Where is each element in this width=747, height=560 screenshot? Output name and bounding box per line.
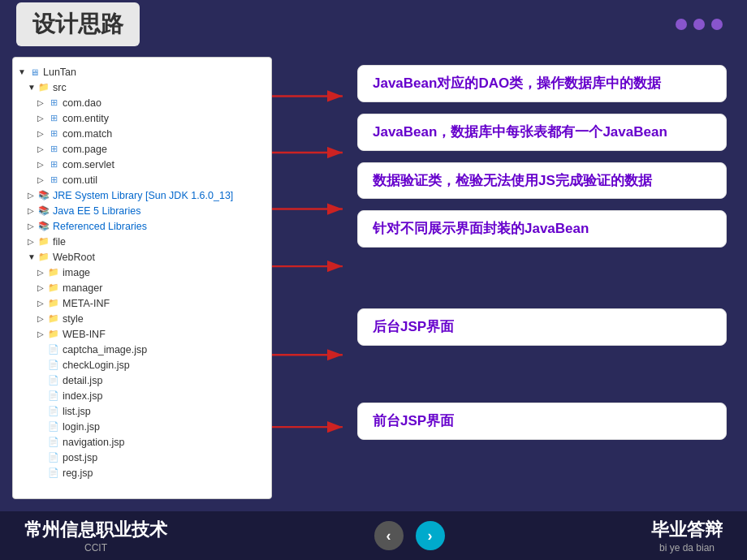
tree-item-jre[interactable]: ▷ 📚 JRE System Library [Sun JDK 1.6.0_13…: [18, 187, 266, 203]
tree-item-project[interactable]: ▼ 🖥 LunTan: [18, 64, 266, 80]
dot-3: [711, 19, 723, 30]
header-dots: [676, 19, 723, 30]
src-label: src: [53, 82, 67, 93]
tree-item-javaee[interactable]: ▷ 📚 Java EE 5 Libraries: [18, 203, 266, 218]
file-tree-panel: ▼ 🖥 LunTan ▼ 📁 src ▷ ⊞ com.dao ▷ ⊞ com.e…: [12, 57, 272, 499]
package-label: com.entity: [63, 113, 109, 124]
dot-2: [693, 19, 705, 30]
jsp-icon: 📄: [47, 467, 60, 480]
tree-item-referenced[interactable]: ▷ 📚 Referenced Libraries: [18, 218, 266, 234]
annotation-boxes: JavaBean对应的DAO类，操作数据库中的数据 JavaBean，数据库中每…: [280, 57, 727, 446]
next-button[interactable]: ›: [416, 521, 445, 550]
tree-item-list[interactable]: ▷ 📄 list.jsp: [18, 403, 266, 419]
tree-item-index[interactable]: ▷ 📄 index.jsp: [18, 388, 266, 403]
package-icon: ⊞: [47, 143, 60, 156]
file-label: index.jsp: [63, 390, 102, 402]
package-icon: ⊞: [47, 174, 60, 187]
lib-icon: 📚: [37, 205, 50, 218]
footer-right: 毕业答辩 bi ye da bian: [651, 518, 723, 554]
tree-item-post[interactable]: ▷ 📄 post.jsp: [18, 450, 266, 465]
file-label: login.jsp: [63, 421, 100, 433]
presentation-pinyin: bi ye da bian: [651, 542, 723, 554]
folder-icon: 📁: [37, 235, 50, 248]
tree-item-com-page[interactable]: ▷ ⊞ com.page: [18, 141, 266, 157]
src-icon: 📁: [37, 81, 50, 94]
annotation-box-2: JavaBean，数据库中每张表都有一个JavaBean: [357, 114, 727, 151]
annotation-box-5: 后台JSP界面: [357, 308, 727, 346]
jsp-icon: 📄: [47, 420, 60, 433]
folder-label: manager: [63, 282, 102, 294]
annotation-box-6: 前台JSP界面: [357, 403, 727, 440]
file-label: post.jsp: [63, 452, 97, 463]
tree-item-reg[interactable]: ▷ 📄 reg.jsp: [18, 465, 266, 480]
main-content: ▼ 🖥 LunTan ▼ 📁 src ▷ ⊞ com.dao ▷ ⊞ com.e…: [0, 49, 747, 511]
package-label: com.servlet: [63, 159, 114, 170]
tree-item-src[interactable]: ▼ 📁 src: [18, 80, 266, 95]
footer: 常州信息职业技术 CCIT ‹ › 毕业答辩 bi ye da bian: [0, 511, 747, 560]
file-label: detail.jsp: [63, 375, 102, 386]
tree-item-com-dao[interactable]: ▷ ⊞ com.dao: [18, 95, 266, 110]
project-label: LunTan: [43, 67, 76, 78]
tree-item-checklogin[interactable]: ▷ 📄 checkLogin.jsp: [18, 357, 266, 373]
tree-item-navigation[interactable]: ▷ 📄 navigation.jsp: [18, 434, 266, 450]
jsp-icon: 📄: [47, 374, 60, 387]
lib-icon: 📚: [37, 189, 50, 202]
tree-item-manager[interactable]: ▷ 📁 manager: [18, 280, 266, 295]
folder-label: image: [63, 267, 90, 278]
folder-icon: 📁: [37, 251, 50, 264]
lib-icon: 📚: [37, 220, 50, 233]
tree-item-login[interactable]: ▷ 📄 login.jsp: [18, 419, 266, 434]
school-abbr: CCIT: [24, 542, 167, 554]
annotation-box-3: 数据验证类，检验无法使用JS完成验证的数据: [357, 162, 727, 200]
file-label: file: [53, 236, 66, 248]
tree-item-com-servlet[interactable]: ▷ ⊞ com.servlet: [18, 157, 266, 172]
tree-item-file[interactable]: ▷ 📁 file: [18, 234, 266, 249]
footer-left: 常州信息职业技术 CCIT: [24, 518, 167, 554]
spacer-1: [357, 259, 727, 304]
tree-item-image[interactable]: ▷ 📁 image: [18, 265, 266, 280]
jsp-icon: 📄: [47, 343, 60, 356]
tree-item-captcha[interactable]: ▷ 📄 captcha_image.jsp: [18, 342, 266, 357]
presentation-title: 毕业答辩: [651, 518, 723, 542]
tree-item-com-util[interactable]: ▷ ⊞ com.util: [18, 172, 266, 187]
tree-item-com-match[interactable]: ▷ ⊞ com.match: [18, 126, 266, 141]
file-label: captcha_image.jsp: [63, 344, 147, 355]
jre-label: JRE System Library [Sun JDK 1.6.0_13]: [53, 190, 233, 201]
package-icon: ⊞: [47, 158, 60, 171]
annotation-box-4: 针对不同展示界面封装的JavaBean: [357, 210, 727, 248]
folder-label: META-INF: [63, 298, 110, 309]
folder-icon: 📁: [47, 328, 60, 341]
file-label: reg.jsp: [63, 467, 93, 479]
jsp-icon: 📄: [47, 405, 60, 418]
dot-1: [676, 19, 687, 30]
tree-item-com-entity[interactable]: ▷ ⊞ com.entity: [18, 110, 266, 126]
annotation-box-1: JavaBean对应的DAO类，操作数据库中的数据: [357, 65, 727, 102]
header: 设计思路: [0, 0, 747, 49]
package-icon: ⊞: [47, 112, 60, 125]
package-icon: ⊞: [47, 127, 60, 140]
folder-icon: 📁: [47, 312, 60, 325]
tree-item-web-inf[interactable]: ▷ 📁 WEB-INF: [18, 326, 266, 342]
prev-button[interactable]: ‹: [374, 521, 404, 550]
project-icon: 🖥: [28, 66, 41, 79]
package-label: com.page: [63, 144, 107, 155]
jsp-icon: 📄: [47, 451, 60, 464]
tree-item-style[interactable]: ▷ 📁 style: [18, 311, 266, 326]
jsp-icon: 📄: [47, 390, 60, 403]
page-title: 设计思路: [32, 11, 123, 37]
jsp-icon: 📄: [47, 436, 60, 449]
tree-item-meta-inf[interactable]: ▷ 📁 META-INF: [18, 295, 266, 311]
webroot-label: WebRoot: [53, 252, 95, 263]
school-name: 常州信息职业技术: [24, 518, 167, 542]
spacer-2: [357, 357, 727, 398]
footer-nav: ‹ ›: [374, 521, 445, 550]
javaee-label: Java EE 5 Libraries: [53, 205, 140, 217]
folder-label: style: [63, 313, 84, 325]
jsp-icon: 📄: [47, 359, 60, 372]
package-label: com.util: [63, 174, 97, 186]
tree-item-detail[interactable]: ▷ 📄 detail.jsp: [18, 373, 266, 388]
folder-icon: 📁: [47, 297, 60, 310]
annotations-area: JavaBean对应的DAO类，操作数据库中的数据 JavaBean，数据库中每…: [272, 57, 735, 503]
tree-item-webroot[interactable]: ▼ 📁 WebRoot: [18, 249, 266, 265]
package-label: com.match: [63, 128, 112, 140]
